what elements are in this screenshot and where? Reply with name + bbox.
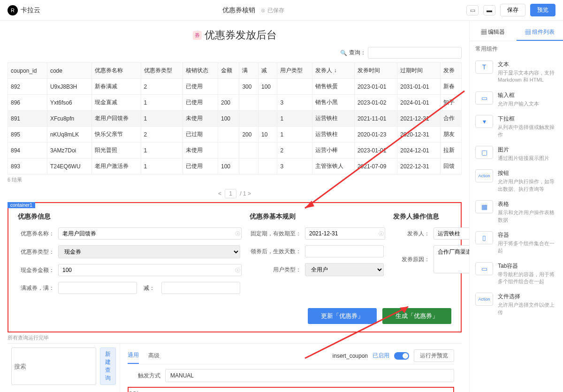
expire-input[interactable] [305,227,385,240]
canvas: 券 优惠券发放后台 🔍 查询： coupon_idcode优惠券名称优惠券类型核… [0,21,469,392]
title-text: 优惠券核销 [222,6,255,14]
query-search[interactable] [11,347,96,385]
enabled-label: 已启用 [373,352,389,360]
sidebar-tab-components[interactable]: ▦ 组件列表 [517,24,563,41]
page-current[interactable]: 1 [225,189,236,198]
col1-title: 优惠券信息 [18,212,240,221]
reason-input[interactable] [434,245,469,273]
component-item[interactable]: T文本用于显示文本内容，支持 Markdown 和 HTML [470,57,563,88]
component-item[interactable]: ▢图片通过图片链接展示图片 [470,142,563,166]
name-input[interactable] [58,227,242,240]
mobile-icon[interactable]: ▬ [483,5,495,15]
full-input[interactable] [58,282,137,294]
page-heading: 券 优惠券发放后台 [8,28,462,42]
component-item[interactable]: ▯容器用于将多个组件集合在一起 [470,227,563,258]
update-button[interactable]: 更新「优惠券」 [308,308,377,324]
brand-text: 卡拉云 [21,6,40,15]
table-header[interactable]: 核销状态 [183,63,218,79]
new-query-button[interactable]: 新建查询 [100,347,116,385]
component-icon: T [475,60,493,74]
preview-button[interactable]: 预览 [530,4,555,16]
brand: R 卡拉云 [8,5,40,15]
clear-icon[interactable]: ⓧ [235,230,240,237]
table-header[interactable]: 优惠券类型 [141,63,183,79]
topbar: R 卡拉云 优惠券核销 ⊙ 已保存 ▭ ▬ 保存 预览 [0,0,563,21]
query-item[interactable]: get_coupon [11,389,116,392]
save-button[interactable]: 保存 [500,4,525,16]
component-desc: 用于显示文本内容，支持 Markdown 和 HTML [498,69,557,84]
sidebar-section: 常用组件 [470,41,563,57]
usertype-select[interactable]: 全用户 [305,263,384,276]
table-header[interactable]: 优惠券名称 [92,63,141,79]
table-header[interactable]: 金额 [218,63,239,79]
desktop-icon[interactable]: ▭ [466,5,479,15]
component-desc: 带导航栏的容器，用于将多个组件组合在一起 [498,271,557,286]
sql-input[interactable]: INSERT INTO users (coupon_name,type,amou… [145,388,453,392]
component-item[interactable]: Action按钮允许用户执行操作，如导出数据、执行查询等 [470,166,563,196]
table-header[interactable]: 满 [239,63,259,79]
component-title: 文件选择 [498,293,557,301]
table-row[interactable]: 892U9xJ8B3H新春满减2已使用300100销售铁蛋2023-01-012… [8,79,462,95]
table-header[interactable]: 过期时间 [397,63,440,79]
component-title: 文本 [498,60,557,68]
container-label: container1 [8,202,35,208]
table-row[interactable]: 893T24EQ6WU老用户激活券1已使用1003主管张铁人2021-07-09… [8,158,462,174]
component-icon: ▭ [475,262,493,275]
tab-general[interactable]: 通用 [128,347,139,364]
page-total: 1 [243,190,246,197]
component-icon: ▭ [475,91,493,105]
component-item[interactable]: ▾下拉框从列表中选择值或触发操作 [470,111,563,142]
table-header[interactable]: 发券时间 [354,63,397,79]
table-row[interactable]: 891XFcu8pfn老用户回馈券1未使用1001运营铁柱2021-11-012… [8,111,462,127]
clear-icon[interactable]: ⓧ [235,267,240,274]
component-item[interactable]: ▭输入框允许用户输入文本 [470,88,563,111]
table-header[interactable]: 减 [258,63,277,79]
days-input[interactable] [305,245,384,257]
container1[interactable]: container1 优惠券信息 优惠券名称：ⓧ 优惠券类型：现金券 现金券金额… [8,202,462,332]
col2-title: 优惠券基本规则 [250,212,384,221]
component-item[interactable]: ▭Tab容器带导航栏的容器，用于将多个组件组合在一起 [470,258,563,289]
clear-icon[interactable]: ⓧ [379,230,384,237]
table-row[interactable]: 895nKUq8mLK快乐父亲节2已过期200101运营铁柱2020-01-23… [8,127,462,143]
component-title: 容器 [498,231,557,239]
table-header[interactable]: 发券 [440,63,461,79]
query-status: 所有查询运行完毕 [8,332,462,343]
tab-advanced[interactable]: 高级 [148,348,160,363]
component-icon: Action [475,293,493,306]
component-icon: ▦ [475,200,493,213]
operator-input[interactable] [434,227,469,240]
run-button[interactable]: 运行并预览 [414,349,454,362]
top-actions: ▭ ▬ 保存 预览 [466,4,555,16]
enabled-toggle[interactable] [394,352,409,360]
table-header[interactable]: code [47,63,91,79]
component-desc: 允许用户选择文件以便上传 [498,302,557,316]
generate-button[interactable]: 生成「优惠券」 [382,308,451,324]
trigger-select[interactable]: MANUAL [165,369,454,382]
type-select[interactable]: 现金券 [58,245,240,258]
search-label: 查询： [349,49,366,57]
operator-label: 发券人： [393,230,430,238]
component-item[interactable]: Action文件选择允许用户选择文件以便上传 [470,289,563,320]
table-header[interactable]: 用户类型 [277,63,312,79]
search-input[interactable] [368,47,462,59]
amount-input[interactable] [58,264,242,276]
component-icon: ▾ [475,115,493,128]
type-label: 优惠券类型： [18,248,54,256]
component-icon: ▯ [475,231,493,244]
component-title: 下拉框 [498,115,557,123]
query-list: 新建查询 get_couponupdate_couponinsert_coupo… [8,344,120,392]
usertype-label: 用户类型： [250,266,301,274]
sidebar-tab-editor[interactable]: ▦ 编辑器 [470,24,517,41]
component-item[interactable]: ▦表格展示和允许用户操作表格数据 [470,196,563,227]
expire-label: 固定期，有效期至： [250,230,301,238]
table-row[interactable]: 896Yxt6fso6现金直减1已使用2003销售小黑2023-01-02202… [8,95,462,111]
table-row[interactable]: 8943AMz7Doi阳光普照1未使用2运营小棒2023-01-012024-1… [8,143,462,158]
component-desc: 允许用户输入文本 [498,100,557,107]
component-icon: ▢ [475,146,493,159]
table-header[interactable]: coupon_id [8,63,47,79]
pagination: < 1 / 1 > [8,189,462,198]
minus-input[interactable] [161,282,240,294]
full-label: 满减券，满： [18,284,54,292]
logo-icon: R [8,5,18,15]
table-header[interactable]: 发券人 ↓ [312,63,355,79]
